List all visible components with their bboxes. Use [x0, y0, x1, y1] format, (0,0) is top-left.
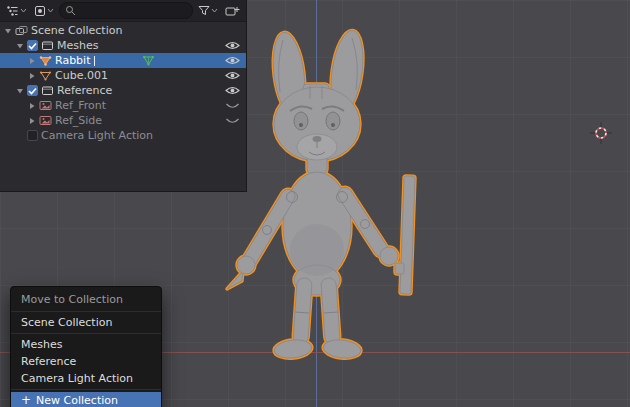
menu-item-label: New Collection — [36, 392, 118, 407]
outliner-row[interactable]: Ref_Front — [0, 98, 246, 113]
move-to-collection-menu: Move to Collection Scene CollectionMeshe… — [10, 286, 162, 407]
chevron-down-icon — [20, 8, 27, 13]
disclosure-down-icon[interactable] — [4, 27, 12, 35]
new-collection-icon — [225, 5, 240, 17]
eye-open-icon[interactable] — [225, 41, 240, 50]
filter-button[interactable] — [196, 4, 220, 17]
outliner-tree: Scene CollectionMeshesRabbitCube.001Refe… — [0, 22, 246, 143]
mesh-orange-icon — [39, 55, 52, 66]
menu-item-label: Scene Collection — [21, 314, 112, 331]
outliner-item-label: Scene Collection — [31, 24, 122, 37]
outliner-item-label: Cube.001 — [55, 69, 108, 82]
menu-title: Move to Collection — [11, 289, 161, 309]
outliner-row[interactable]: Camera Light Action — [0, 128, 246, 143]
filter-funnel-icon — [198, 5, 210, 16]
outliner-row[interactable]: Meshes — [0, 38, 246, 53]
plus-icon: + — [21, 392, 31, 407]
menu-separator — [11, 333, 161, 334]
menu-item-scene-collection[interactable]: Scene Collection — [11, 314, 161, 331]
new-collection-button[interactable] — [223, 4, 242, 18]
outliner-editor-icon — [6, 5, 19, 17]
scene-collection-icon — [15, 25, 28, 36]
blender-window: Scene CollectionMeshesRabbitCube.001Refe… — [0, 0, 630, 407]
collection-checkbox[interactable] — [27, 40, 38, 51]
outliner-item-label: Rabbit — [55, 54, 90, 67]
outliner-row[interactable]: Ref_Side — [0, 113, 246, 128]
outliner-item-label: Ref_Front — [55, 99, 106, 112]
eye-closed-icon[interactable] — [225, 101, 240, 110]
menu-item-camera-light-action[interactable]: Camera Light Action — [11, 370, 161, 387]
menu-separator — [11, 389, 161, 390]
outliner-row[interactable]: Rabbit — [0, 53, 246, 68]
editor-type-button[interactable] — [4, 4, 29, 18]
disclosure-down-icon[interactable] — [16, 42, 24, 50]
disclosure-right-icon[interactable] — [28, 102, 36, 110]
3d-cursor-icon — [589, 121, 613, 145]
outliner-header — [0, 0, 246, 22]
display-mode-icon — [34, 5, 46, 17]
text-cursor — [94, 56, 95, 66]
image-icon — [39, 115, 52, 126]
outliner-row[interactable]: Scene Collection — [0, 23, 246, 38]
outliner-item-label: Ref_Side — [55, 114, 102, 127]
collection-icon — [41, 40, 54, 51]
menu-item-label: Meshes — [21, 336, 62, 353]
mesh-green-icon — [142, 55, 155, 66]
disclosure-right-icon[interactable] — [28, 72, 36, 80]
disclosure-right-icon[interactable] — [28, 117, 36, 125]
search-input[interactable] — [79, 5, 187, 17]
eye-open-icon[interactable] — [225, 86, 240, 95]
outliner-item-label: Camera Light Action — [41, 129, 153, 142]
display-mode-button[interactable] — [32, 4, 56, 18]
search-icon — [65, 5, 76, 16]
search-box[interactable] — [59, 2, 193, 19]
collection-icon — [41, 85, 54, 96]
eye-open-icon[interactable] — [225, 71, 240, 80]
image-icon — [39, 100, 52, 111]
menu-separator — [11, 311, 161, 312]
outliner-item-label: Reference — [57, 84, 112, 97]
outliner-row[interactable]: Reference — [0, 83, 246, 98]
menu-item-meshes[interactable]: Meshes — [11, 336, 161, 353]
chevron-down-icon — [211, 8, 218, 13]
disclosure-down-icon[interactable] — [16, 87, 24, 95]
collection-checkbox[interactable] — [27, 130, 38, 141]
outliner-item-label: Meshes — [57, 39, 98, 52]
menu-item-label: Camera Light Action — [21, 370, 133, 387]
outliner-row[interactable]: Cube.001 — [0, 68, 246, 83]
mesh-plain-icon — [39, 70, 52, 81]
collection-checkbox[interactable] — [27, 85, 38, 96]
menu-item-reference[interactable]: Reference — [11, 353, 161, 370]
disclosure-right-icon[interactable] — [28, 57, 36, 65]
menu-item-new-collection[interactable]: +New Collection — [11, 392, 161, 407]
eye-closed-icon[interactable] — [225, 116, 240, 125]
chevron-down-icon — [47, 8, 54, 13]
menu-item-label: Reference — [21, 353, 76, 370]
eye-open-icon[interactable] — [225, 56, 240, 65]
outliner-panel: Scene CollectionMeshesRabbitCube.001Refe… — [0, 0, 247, 192]
